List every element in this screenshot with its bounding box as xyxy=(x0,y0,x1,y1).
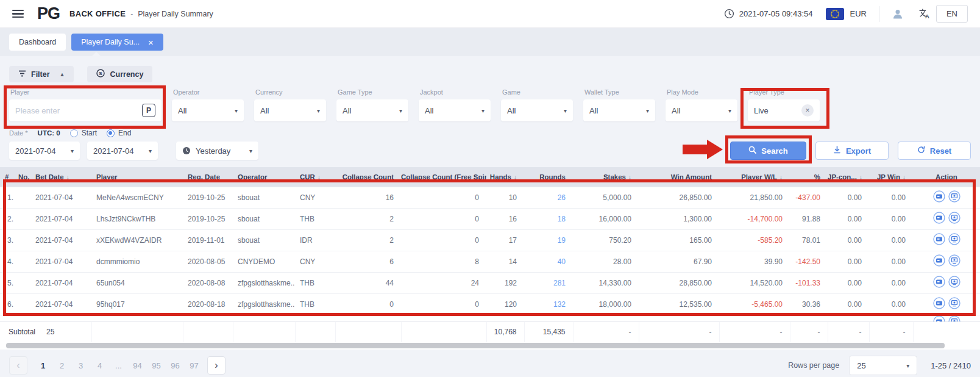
filter-select[interactable]: All▾ xyxy=(583,99,655,121)
cell-player: dcmmmiomio xyxy=(91,251,183,272)
col-header-jp_con[interactable]: JP-con...↓ xyxy=(828,167,869,187)
sort-desc-icon[interactable]: ↓ xyxy=(903,174,906,181)
col-label: CUR xyxy=(300,173,315,181)
radio-start-label: Start xyxy=(82,129,97,137)
col-header-cur[interactable]: CUR↓ xyxy=(295,167,335,187)
sort-desc-icon[interactable]: ↓ xyxy=(859,174,862,181)
sort-desc-icon[interactable]: ↓ xyxy=(628,174,631,181)
radio-start[interactable]: Start xyxy=(70,129,97,137)
game-record-icon[interactable] xyxy=(933,254,945,267)
next-page-button[interactable]: › xyxy=(207,356,225,375)
filter-select[interactable]: All▾ xyxy=(254,99,326,121)
col-header-stakes[interactable]: Stakes↓ xyxy=(573,167,639,187)
filter-select[interactable]: All▾ xyxy=(172,99,244,121)
screen-record-icon[interactable] xyxy=(948,233,960,245)
player-lookup-button[interactable]: P xyxy=(142,104,155,117)
sort-desc-icon[interactable]: ↓ xyxy=(514,174,517,181)
export-button[interactable]: Export xyxy=(815,142,889,160)
page-number-1[interactable]: 1 xyxy=(35,361,51,370)
page-number-4[interactable]: 4 xyxy=(91,361,108,370)
game-record-icon[interactable] xyxy=(933,233,945,245)
cell-action xyxy=(913,272,980,293)
col-header-player_wl[interactable]: Player W/L↓ xyxy=(719,167,790,187)
page-number-94[interactable]: 94 xyxy=(129,361,146,370)
game-record-icon[interactable] xyxy=(933,276,945,288)
chevron-down-icon: ▾ xyxy=(149,148,152,154)
menu-icon[interactable] xyxy=(12,10,24,18)
col-header-jp_win[interactable]: JP Win↓ xyxy=(869,167,913,187)
game-record-icon[interactable] xyxy=(933,315,945,321)
radio-end[interactable]: End xyxy=(107,129,131,137)
sort-desc-icon[interactable]: ↓ xyxy=(318,174,321,181)
cell-stakes: 28.00 xyxy=(573,251,639,272)
date-from-value: 2021-07-04 xyxy=(15,146,71,156)
cell-win_amount: 12,535.00 xyxy=(639,293,719,315)
date-to-select[interactable]: 2021-07-04▾ xyxy=(87,142,158,160)
page-number-2[interactable]: 2 xyxy=(54,361,70,370)
rows-per-page-select[interactable]: 25▾ xyxy=(849,356,917,375)
screen-record-icon[interactable] xyxy=(948,212,960,224)
cell-rounds[interactable]: 26 xyxy=(524,187,573,208)
scrollbar-handle[interactable] xyxy=(6,343,945,348)
cell-collapse_count_free_spin: 24 xyxy=(401,272,486,293)
reset-button[interactable]: Reset xyxy=(898,142,971,160)
player-input[interactable]: Please enter P xyxy=(9,99,162,121)
filter-select[interactable]: All▾ xyxy=(336,99,408,121)
filter-select[interactable]: All▾ xyxy=(501,99,573,121)
cell-rounds[interactable]: 132 xyxy=(524,293,573,315)
search-button[interactable]: Search xyxy=(730,142,806,160)
cell-cur: IDR xyxy=(295,229,335,251)
sort-desc-icon[interactable]: ↓ xyxy=(66,174,69,181)
filter-toggle-button[interactable]: Filter ▲ xyxy=(9,66,74,82)
col-header-hands[interactable]: Hands↓ xyxy=(486,167,524,187)
tab-bar: Dashboard Player Daily Su... × xyxy=(0,28,980,56)
date-from-select[interactable]: 2021-07-04▾ xyxy=(9,142,80,160)
prev-page-button[interactable]: ‹ xyxy=(9,356,27,375)
back-office-page: PG BACK OFFICE - Player Daily Summary 20… xyxy=(0,0,980,377)
language-selector[interactable]: EN xyxy=(936,5,968,23)
display-currency[interactable]: EUR xyxy=(850,9,866,18)
screen-record-icon[interactable] xyxy=(948,315,960,321)
sort-desc-icon[interactable]: ↓ xyxy=(779,174,783,181)
filter-select[interactable]: All▾ xyxy=(419,99,491,121)
col-header-operator: Operator xyxy=(233,167,295,187)
cell-rounds[interactable]: 19 xyxy=(524,229,573,251)
game-record-icon[interactable] xyxy=(933,212,945,224)
tab-dashboard[interactable]: Dashboard xyxy=(9,34,66,51)
chevron-down-icon: ▾ xyxy=(906,362,909,369)
col-header-bet_date[interactable]: Bet Date↓ xyxy=(30,167,91,187)
cell-rounds[interactable]: 40 xyxy=(524,251,573,272)
cell-operator: sbouat xyxy=(233,187,295,208)
user-icon[interactable] xyxy=(892,8,904,20)
screen-record-icon[interactable] xyxy=(948,297,960,309)
screen-record-icon[interactable] xyxy=(948,190,960,203)
close-icon[interactable]: × xyxy=(148,38,154,47)
filter-selects: OperatorAll▾CurrencyAll▾Game TypeAll▾Jac… xyxy=(172,88,737,121)
cell-action xyxy=(913,293,980,315)
cell-rounds[interactable]: 281 xyxy=(524,272,573,293)
cell-operator: zfpgslotthaskme... xyxy=(233,272,295,293)
export-button-label: Export xyxy=(846,146,871,156)
svg-text:S: S xyxy=(99,71,103,76)
page-number-95[interactable]: 95 xyxy=(148,361,165,370)
currency-toggle-button[interactable]: S Currency xyxy=(87,66,152,82)
eu-flag-icon[interactable] xyxy=(826,8,844,20)
screen-record-icon[interactable] xyxy=(948,276,960,288)
clear-icon[interactable]: × xyxy=(801,104,814,117)
quick-range-select[interactable]: Yesterday▾ xyxy=(176,142,258,160)
filter-select[interactable]: All▾ xyxy=(666,99,737,121)
col-label: Win Amount xyxy=(671,173,712,181)
game-record-icon[interactable] xyxy=(933,190,945,203)
page-number-97[interactable]: 97 xyxy=(186,361,202,370)
player-filter: Player Please enter P xyxy=(9,88,162,121)
translate-icon[interactable]: A xyxy=(918,9,930,19)
screen-record-icon[interactable] xyxy=(948,254,960,267)
page-number-96[interactable]: 96 xyxy=(167,361,183,370)
cell-rounds[interactable]: 18 xyxy=(524,208,573,229)
horizontal-scrollbar xyxy=(0,342,980,350)
col-label: % xyxy=(814,173,820,181)
page-number-3[interactable]: 3 xyxy=(73,361,89,370)
game-record-icon[interactable] xyxy=(933,297,945,309)
player-type-select[interactable]: Live × xyxy=(748,99,820,121)
tab-player-daily-summary[interactable]: Player Daily Su... × xyxy=(71,34,163,51)
